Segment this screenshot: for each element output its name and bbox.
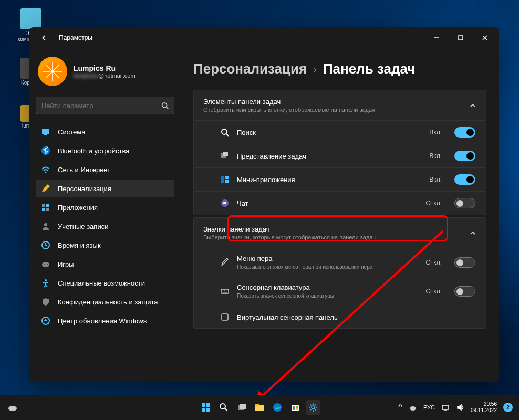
svg-point-2 <box>162 103 167 108</box>
settings-taskbar-button[interactable] <box>306 400 320 415</box>
taskbar: ^ РУС 20:56 09.11.2022 2 <box>0 395 519 420</box>
window-title: Параметры <box>59 34 92 41</box>
svg-rect-48 <box>442 405 449 410</box>
avatar <box>38 57 67 86</box>
settings-section: Значки панели задачВыберите значки, кото… <box>193 217 486 329</box>
chat-icon <box>220 198 230 208</box>
network-tray-icon[interactable] <box>441 403 450 412</box>
taskview-icon <box>220 151 230 161</box>
svg-rect-39 <box>255 404 260 406</box>
svg-point-12 <box>44 223 47 226</box>
widgets-icon <box>220 175 230 184</box>
nav-item-bluetooth[interactable]: Bluetooth и устройства <box>36 142 174 160</box>
setting-row-touchpad: Виртуальная сенсорная панель <box>194 306 486 328</box>
onedrive-tray-icon[interactable] <box>409 403 417 412</box>
profile-name: Lumpics Ru <box>74 64 136 72</box>
settings-window: Параметры Lumpics Ru lumpicsru@hotmail.c… <box>29 27 499 382</box>
language-indicator[interactable]: РУС <box>423 404 435 411</box>
setting-row-keyboard: Сенсорная клавиатураПоказать значок сенс… <box>194 277 486 306</box>
nav-item-system[interactable]: Система <box>36 123 174 141</box>
toggle-search[interactable] <box>454 127 475 138</box>
close-button[interactable] <box>473 27 497 48</box>
touchpad-icon <box>220 312 230 322</box>
volume-tray-icon[interactable] <box>456 403 464 412</box>
setting-row-widgets: Мини-приложения Вкл. <box>194 167 486 191</box>
toggle-chat[interactable] <box>454 198 475 208</box>
task-view-button[interactable] <box>234 400 249 415</box>
svg-point-35 <box>220 404 225 409</box>
access-icon <box>41 278 50 288</box>
setting-row-chat: Чат Откл. <box>194 191 486 215</box>
svg-rect-11 <box>46 208 49 211</box>
weather-icon[interactable] <box>6 401 19 414</box>
breadcrumb-parent[interactable]: Персонализация <box>193 61 307 77</box>
notification-badge[interactable]: 2 <box>503 403 513 412</box>
svg-point-46 <box>312 406 315 409</box>
account-icon <box>41 222 50 231</box>
svg-rect-43 <box>296 406 298 408</box>
svg-rect-21 <box>223 152 228 156</box>
edge-button[interactable] <box>270 400 285 415</box>
nav-item-time[interactable]: Время и язык <box>36 236 174 254</box>
nav-item-update[interactable]: Центр обновления Windows <box>36 312 174 330</box>
brush-icon <box>41 184 50 193</box>
nav-item-wifi[interactable]: Сеть и Интернет <box>36 161 174 178</box>
toggle-pen[interactable] <box>454 257 475 268</box>
svg-rect-37 <box>240 404 246 409</box>
toggle-keyboard[interactable] <box>454 286 475 297</box>
svg-rect-3 <box>42 129 49 134</box>
svg-rect-27 <box>221 289 229 293</box>
setting-row-pen: Меню пераПоказывать значок меню пера при… <box>194 248 486 277</box>
svg-rect-4 <box>44 134 47 135</box>
section-header[interactable]: Значки панели задачВыберите значки, кото… <box>194 218 486 248</box>
system-icon <box>41 127 50 136</box>
svg-rect-42 <box>293 406 295 408</box>
toggle-widgets[interactable] <box>454 174 475 185</box>
file-explorer-button[interactable] <box>252 400 267 415</box>
svg-rect-10 <box>42 208 45 211</box>
back-button[interactable] <box>36 29 53 46</box>
keyboard-icon <box>220 287 230 296</box>
svg-rect-33 <box>202 408 205 412</box>
nav-item-access[interactable]: Специальные возможности <box>36 274 174 292</box>
bluetooth-icon <box>41 146 50 155</box>
desktop-icon-pc[interactable] <box>20 8 41 29</box>
profile[interactable]: Lumpics Ru lumpicsru@hotmail.com <box>36 52 174 94</box>
search-box[interactable] <box>36 97 174 114</box>
svg-rect-8 <box>42 204 45 207</box>
svg-point-17 <box>45 279 47 281</box>
svg-rect-32 <box>206 403 210 407</box>
nav-item-shield[interactable]: Конфиденциальность и защита <box>36 293 174 311</box>
nav-item-games[interactable]: Игры <box>36 255 174 273</box>
toggle-taskview[interactable] <box>454 151 475 161</box>
svg-point-6 <box>45 172 47 173</box>
search-input[interactable] <box>41 102 161 110</box>
svg-rect-31 <box>202 403 205 407</box>
svg-rect-28 <box>222 314 228 320</box>
breadcrumb-current: Панель задач <box>323 61 416 77</box>
breadcrumb: Персонализация › Панель задач <box>193 61 486 77</box>
nav-item-apps[interactable]: Приложения <box>36 198 174 216</box>
store-button[interactable] <box>288 400 303 415</box>
start-button[interactable] <box>199 400 213 415</box>
search-icon <box>161 102 169 109</box>
svg-rect-7 <box>42 191 45 192</box>
games-icon <box>41 259 50 269</box>
maximize-button[interactable] <box>449 27 473 48</box>
svg-point-19 <box>222 129 227 134</box>
section-header[interactable]: Элементы панели задачОтобразить или скры… <box>194 90 486 120</box>
taskbar-search-button[interactable] <box>216 400 231 415</box>
setting-row-search: Поиск Вкл. <box>194 120 486 144</box>
svg-rect-24 <box>225 180 229 183</box>
minimize-button[interactable] <box>424 27 449 48</box>
chevron-right-icon: › <box>313 63 317 75</box>
tray-chevron-icon[interactable]: ^ <box>398 403 402 412</box>
svg-rect-0 <box>459 36 463 40</box>
svg-point-40 <box>273 403 282 412</box>
nav-item-account[interactable]: Учетные записи <box>36 217 174 235</box>
svg-point-16 <box>47 264 48 265</box>
clock[interactable]: 20:56 09.11.2022 <box>471 401 497 414</box>
svg-rect-45 <box>296 408 298 410</box>
nav-item-brush[interactable]: Персонализация <box>36 180 174 197</box>
chevron-up-icon <box>469 229 476 237</box>
